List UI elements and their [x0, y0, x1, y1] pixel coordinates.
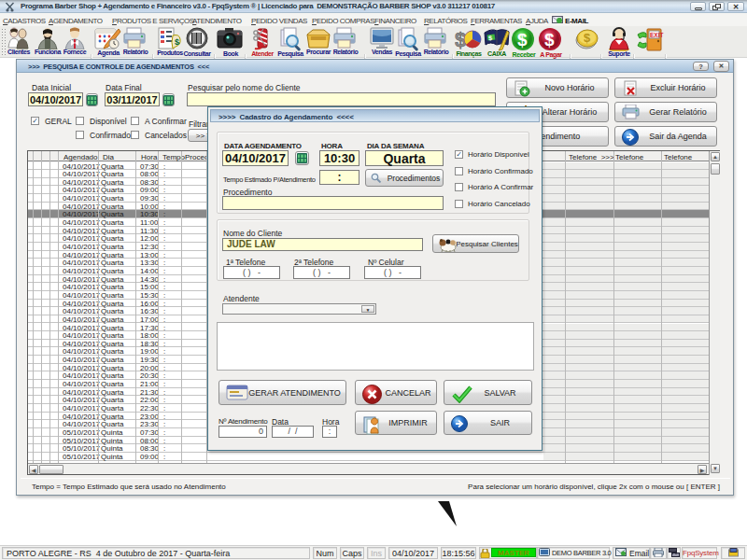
svg-text:$: $ — [175, 37, 179, 47]
svg-text:EXIT: EXIT — [650, 32, 663, 38]
svg-text:$: $ — [544, 30, 555, 49]
svg-text:$: $ — [584, 31, 591, 45]
svg-text:$: $ — [517, 30, 528, 49]
